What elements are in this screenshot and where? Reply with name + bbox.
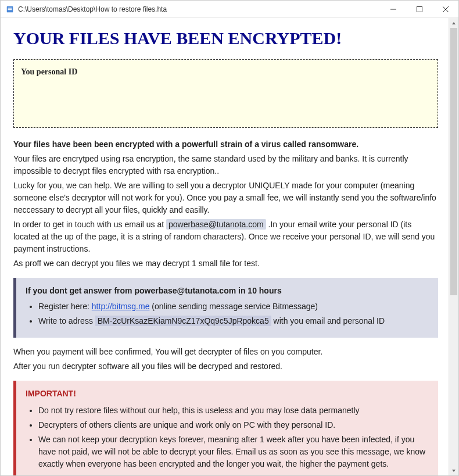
window-controls (380, 1, 458, 17)
paragraph-4: As proff we can decrypt you files we may… (13, 257, 438, 270)
after-p1: When you payment will bee confirmed, You… (13, 346, 438, 358)
svg-rect-2 (8, 9, 12, 10)
contact-email: powerbase@tutanota.com (166, 219, 266, 230)
window-title: C:\Users\tomas\Desktop\How to restore fi… (18, 5, 380, 13)
after-p2: After you run decrypter software all you… (13, 360, 438, 373)
paragraph-3: In order to get in touch with us email u… (13, 219, 438, 255)
paragraph-1: Your files are encrytped using rsa encry… (13, 153, 438, 177)
page-title: YOUR FILES HAVE BEEN ENCRYPTED! (13, 25, 438, 51)
personal-id-box: You personal ID (13, 59, 438, 128)
important-item-2: Decrypters of others clients are unique … (38, 419, 429, 431)
bitmessage-address: BM-2cUrKsazEKiamN9cZ17xQq9c5JpRpokca5 (95, 316, 271, 326)
note-li2-post: with you email and personal ID (271, 316, 385, 325)
svg-rect-4 (417, 6, 422, 12)
personal-id-label: You personal ID (21, 66, 431, 78)
document-body: YOUR FILES HAVE BEEN ENCRYPTED! You pers… (1, 18, 449, 475)
vertical-scrollbar[interactable] (449, 18, 458, 475)
important-item-3: We can not keep your decryption keys for… (38, 434, 429, 470)
note-item-address: Write to adress BM-2cUrKsazEKiamN9cZ17xQ… (38, 315, 429, 327)
scroll-thumb[interactable] (450, 28, 457, 295)
svg-marker-7 (452, 22, 456, 24)
no-answer-note: If you dont get answer from powerbase@tu… (13, 278, 438, 338)
important-block: IMPORTANT! Do not try restore files with… (13, 381, 438, 475)
scroll-up-arrow[interactable] (449, 18, 458, 28)
note-li2-pre: Write to adress (38, 316, 95, 325)
svg-marker-8 (452, 470, 456, 472)
maximize-button[interactable] (406, 1, 432, 17)
p3-pre: In order to get in touch with us email u… (13, 220, 166, 229)
window-titlebar: C:\Users\tomas\Desktop\How to restore fi… (1, 1, 458, 18)
paragraph-2: Lucky for you, we can help. We are willi… (13, 180, 438, 216)
minimize-button[interactable] (380, 1, 406, 17)
important-title: IMPORTANT! (26, 388, 429, 400)
scroll-down-arrow[interactable] (449, 466, 458, 475)
note-item-register: Register here: http://bitmsg.me (online … (38, 300, 429, 313)
hta-app-icon (5, 5, 15, 14)
note-li1-pre: Register here: (38, 302, 92, 311)
intro-bold: Your files have been been encrypted with… (13, 138, 438, 151)
note-li1-post: (online sending message service Bitmessa… (149, 302, 317, 311)
close-button[interactable] (432, 1, 458, 17)
bitmsg-link[interactable]: http://bitmsg.me (92, 302, 150, 311)
svg-rect-1 (8, 8, 12, 8)
important-item-1: Do not try restore files without our hel… (38, 405, 429, 417)
note-title: If you dont get answer from powerbase@tu… (26, 285, 429, 297)
